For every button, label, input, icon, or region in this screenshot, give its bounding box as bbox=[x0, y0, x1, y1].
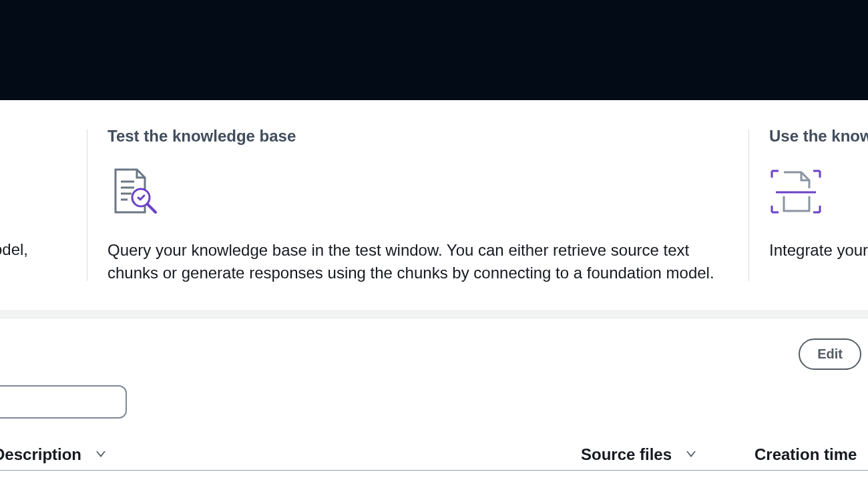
card-use-title-fragment: Use the knowl bbox=[769, 127, 868, 146]
how-it-works-cards: model, Test the knowledge base Query you bbox=[0, 100, 868, 310]
document-scan-icon bbox=[769, 166, 868, 219]
card-test-kb: Test the knowledge base Query your knowl… bbox=[87, 127, 748, 284]
edit-button[interactable]: Edit bbox=[799, 338, 861, 370]
column-header-label: Creation time bbox=[754, 445, 857, 464]
card-use-kb-fragment: Use the knowl Integrate your bbox=[749, 127, 868, 284]
column-header-source-files[interactable]: Source files bbox=[581, 445, 728, 464]
column-header-label: Description bbox=[0, 445, 81, 464]
fragment-text: model, bbox=[0, 240, 28, 258]
console-top-bar bbox=[0, 0, 868, 100]
card-test-title: Test the knowledge base bbox=[107, 127, 728, 146]
card-use-desc-fragment: Integrate your bbox=[769, 239, 868, 262]
card-test-desc: Query your knowledge base in the test wi… bbox=[107, 239, 728, 284]
column-header-creation-time[interactable]: Creation time bbox=[754, 445, 868, 464]
sort-icon bbox=[681, 451, 692, 458]
filter-input[interactable] bbox=[0, 385, 127, 419]
column-header-label: Source files bbox=[581, 445, 672, 464]
svg-line-5 bbox=[148, 204, 156, 212]
document-search-icon bbox=[107, 166, 728, 219]
overview-panel: Edit Description Source files Creation t… bbox=[0, 318, 868, 338]
main-content: model, Test the knowledge base Query you bbox=[0, 100, 868, 338]
sort-icon bbox=[91, 451, 101, 458]
section-separator bbox=[0, 310, 868, 318]
previous-card-desc-fragment: model, bbox=[0, 127, 87, 284]
column-header-description[interactable]: Description bbox=[0, 445, 554, 464]
table-header-row: Description Source files Creation time bbox=[0, 439, 868, 471]
